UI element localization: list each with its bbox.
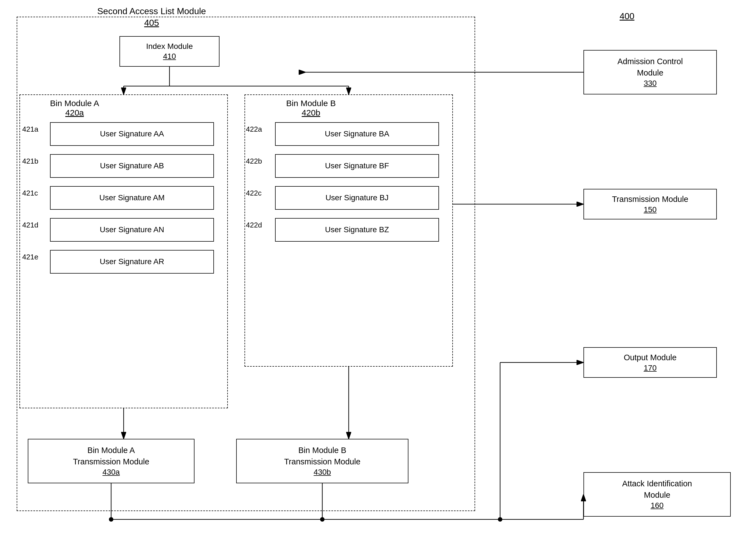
user-sig-ab-box: User Signature AB <box>50 154 214 178</box>
svg-point-19 <box>498 517 502 522</box>
ref-422b: 422b <box>246 157 262 166</box>
svg-point-13 <box>320 517 325 522</box>
bin-module-a-transmission-box: Bin Module ATransmission Module 430a <box>28 439 195 483</box>
second-access-list-label: Second Access List Module 405 <box>97 5 206 29</box>
ref-421c: 421c <box>22 189 38 198</box>
svg-point-12 <box>109 517 114 522</box>
diagram: 400 Second Access List Module 405 Index … <box>0 0 756 558</box>
index-module-box: Index Module 410 <box>120 36 220 67</box>
attack-identification-module-box: Attack IdentificationModule 160 <box>583 472 731 516</box>
output-module-box: Output Module 170 <box>583 347 717 378</box>
ref-421b: 421b <box>22 157 39 166</box>
bin-module-b-label: Bin Module B 420b <box>286 99 336 118</box>
admission-control-module-box: Admission ControlModule 330 <box>583 50 717 95</box>
ref-421a: 421a <box>22 125 39 134</box>
transmission-module-box: Transmission Module 150 <box>583 189 717 220</box>
user-sig-bz-box: User Signature BZ <box>275 218 439 242</box>
bin-module-a-label: Bin Module A 420a <box>50 99 99 118</box>
ref-421e: 421e <box>22 253 39 261</box>
ref-400: 400 <box>620 11 634 21</box>
user-sig-aa-box: User Signature AA <box>50 122 214 146</box>
user-sig-bj-box: User Signature BJ <box>275 186 439 210</box>
user-sig-am-box: User Signature AM <box>50 186 214 210</box>
user-sig-an-box: User Signature AN <box>50 218 214 242</box>
bin-module-b-transmission-box: Bin Module BTransmission Module 430b <box>236 439 408 483</box>
ref-421d: 421d <box>22 221 39 229</box>
user-sig-ar-box: User Signature AR <box>50 250 214 274</box>
user-sig-bf-box: User Signature BF <box>275 154 439 178</box>
ref-422c: 422c <box>246 189 261 198</box>
ref-422a: 422a <box>246 125 262 134</box>
ref-422d: 422d <box>246 221 262 229</box>
user-sig-ba-box: User Signature BA <box>275 122 439 146</box>
